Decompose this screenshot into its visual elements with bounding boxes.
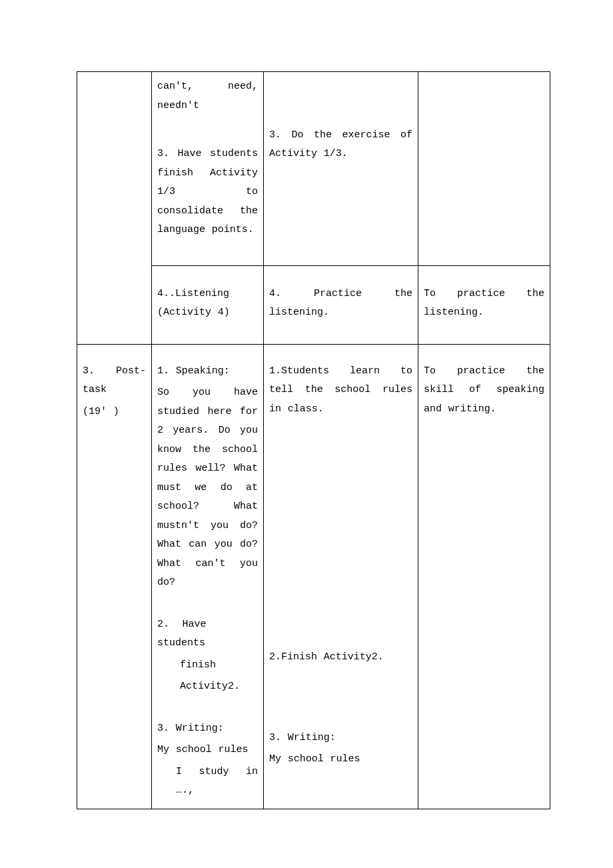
text-line: To practice the skill of speaking and wr…	[424, 362, 544, 419]
lesson-plan-table: can't, need, needn't 3. Have students fi…	[77, 71, 550, 809]
teacher-activity-cell: can't, need, needn't 3. Have students fi…	[152, 72, 264, 266]
text-line: 2. Have students	[157, 615, 258, 653]
text-line: finish	[157, 656, 258, 675]
text-line: 3. Do the exercise of Activity 1/3.	[269, 126, 412, 164]
text-line: 1. Speaking:	[157, 362, 258, 381]
purpose-cell	[418, 72, 550, 266]
text-line: can't, need, needn't	[157, 77, 258, 115]
table-row: 3. Post-task (19' ) 1. Speaking: So you …	[77, 344, 550, 809]
text-line: 4..Listening (Activity 4)	[157, 285, 258, 323]
text-line: 3. Writing:	[157, 719, 258, 739]
text-line: My school rules	[157, 741, 258, 760]
text-line: I study in ….,	[157, 763, 258, 801]
teacher-activity-cell: 4..Listening (Activity 4)	[152, 265, 264, 344]
stage-cell	[77, 72, 152, 345]
text-line: 2.Finish Activity2.	[269, 648, 412, 667]
teacher-activity-cell: 1. Speaking: So you have studied here fo…	[152, 344, 264, 809]
text-line: My school rules	[269, 750, 412, 769]
stage-cell: 3. Post-task (19' )	[77, 344, 152, 809]
text-line: To practice the listening.	[424, 285, 544, 323]
text-line: 3. Have students finish Activity 1/3 to …	[157, 145, 258, 240]
text-line: (19' )	[83, 403, 146, 422]
purpose-cell: To practice the listening.	[418, 265, 550, 344]
purpose-cell: To practice the skill of speaking and wr…	[418, 344, 550, 809]
text-line: 1.Students learn to tell the school rule…	[269, 362, 412, 419]
student-activity-cell: 1.Students learn to tell the school rule…	[264, 344, 418, 809]
text-line: So you have studied here for 2 years. Do…	[157, 383, 258, 593]
table-row: can't, need, needn't 3. Have students fi…	[77, 72, 550, 266]
text-line: 3. Post-task	[83, 362, 146, 400]
text-line: Activity2.	[157, 677, 258, 697]
student-activity-cell: 4. Practice the listening.	[264, 265, 418, 344]
text-line: 3. Writing:	[269, 729, 412, 748]
text-line: 4. Practice the listening.	[269, 285, 412, 323]
document-page: can't, need, needn't 3. Have students fi…	[0, 0, 613, 868]
student-activity-cell: 3. Do the exercise of Activity 1/3.	[264, 72, 418, 266]
